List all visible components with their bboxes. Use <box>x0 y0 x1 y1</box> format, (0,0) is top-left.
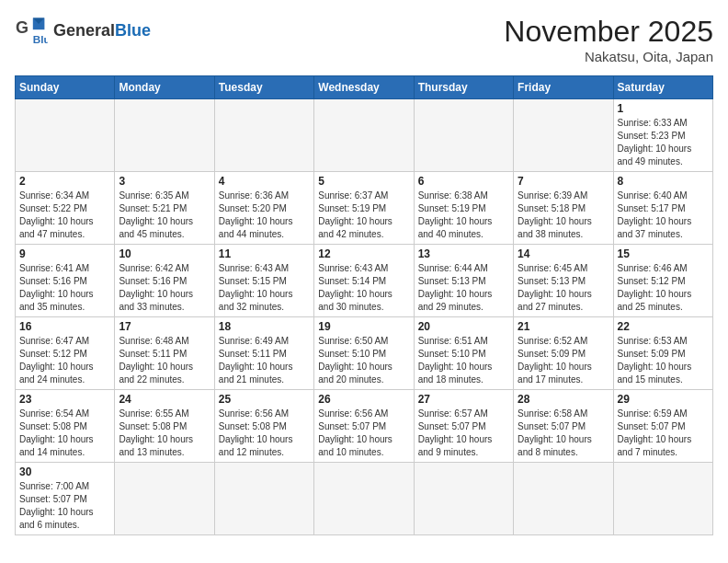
calendar-cell <box>414 99 513 172</box>
weekday-header-cell: Monday <box>115 76 214 99</box>
calendar-body: 1Sunrise: 6:33 AM Sunset: 5:23 PM Daylig… <box>16 99 713 535</box>
logo-general: General <box>53 21 115 40</box>
day-info: Sunrise: 6:37 AM Sunset: 5:19 PM Dayligh… <box>318 190 409 241</box>
day-info: Sunrise: 6:33 AM Sunset: 5:23 PM Dayligh… <box>618 117 709 168</box>
day-info: Sunrise: 6:42 AM Sunset: 5:16 PM Dayligh… <box>119 262 210 314</box>
calendar-cell: 27Sunrise: 6:57 AM Sunset: 5:07 PM Dayli… <box>414 390 513 463</box>
location-subtitle: Nakatsu, Oita, Japan <box>504 49 713 64</box>
calendar-header: SundayMondayTuesdayWednesdayThursdayFrid… <box>16 76 713 99</box>
day-info: Sunrise: 6:58 AM Sunset: 5:07 PM Dayligh… <box>518 408 609 459</box>
day-number: 22 <box>618 320 709 333</box>
day-info: Sunrise: 6:56 AM Sunset: 5:07 PM Dayligh… <box>318 408 409 459</box>
calendar-cell <box>613 463 712 535</box>
calendar-cell: 19Sunrise: 6:50 AM Sunset: 5:10 PM Dayli… <box>314 317 414 390</box>
calendar-week-row: 16Sunrise: 6:47 AM Sunset: 5:12 PM Dayli… <box>16 317 713 390</box>
day-info: Sunrise: 6:51 AM Sunset: 5:10 PM Dayligh… <box>418 335 509 386</box>
calendar-cell: 16Sunrise: 6:47 AM Sunset: 5:12 PM Dayli… <box>16 317 115 390</box>
day-number: 7 <box>518 175 609 188</box>
calendar-cell <box>314 463 414 535</box>
calendar-cell: 14Sunrise: 6:45 AM Sunset: 5:13 PM Dayli… <box>514 245 613 317</box>
day-info: Sunrise: 6:47 AM Sunset: 5:12 PM Dayligh… <box>19 335 110 386</box>
logo-blue: Blue <box>115 21 151 40</box>
day-info: Sunrise: 6:39 AM Sunset: 5:18 PM Dayligh… <box>518 190 609 241</box>
day-number: 14 <box>518 247 609 260</box>
day-number: 17 <box>119 320 210 333</box>
calendar-cell: 1Sunrise: 6:33 AM Sunset: 5:23 PM Daylig… <box>613 99 712 172</box>
calendar-cell <box>314 99 414 172</box>
day-number: 12 <box>318 247 409 260</box>
calendar-cell: 25Sunrise: 6:56 AM Sunset: 5:08 PM Dayli… <box>214 390 313 463</box>
day-info: Sunrise: 6:59 AM Sunset: 5:07 PM Dayligh… <box>618 408 709 459</box>
day-info: Sunrise: 6:43 AM Sunset: 5:14 PM Dayligh… <box>318 262 409 314</box>
day-number: 26 <box>318 393 409 406</box>
day-info: Sunrise: 6:45 AM Sunset: 5:13 PM Dayligh… <box>518 262 609 314</box>
calendar-cell <box>414 463 513 535</box>
calendar-cell <box>115 463 214 535</box>
day-info: Sunrise: 6:55 AM Sunset: 5:08 PM Dayligh… <box>119 408 210 459</box>
day-info: Sunrise: 6:40 AM Sunset: 5:17 PM Dayligh… <box>618 190 709 241</box>
day-number: 29 <box>618 393 709 406</box>
day-number: 18 <box>219 320 310 333</box>
day-number: 8 <box>618 175 709 188</box>
day-number: 2 <box>19 175 110 188</box>
day-info: Sunrise: 6:56 AM Sunset: 5:08 PM Dayligh… <box>219 408 310 459</box>
calendar-cell: 28Sunrise: 6:58 AM Sunset: 5:07 PM Dayli… <box>514 390 613 463</box>
calendar-cell: 10Sunrise: 6:42 AM Sunset: 5:16 PM Dayli… <box>115 245 214 317</box>
calendar-cell: 3Sunrise: 6:35 AM Sunset: 5:21 PM Daylig… <box>115 172 214 245</box>
weekday-header-row: SundayMondayTuesdayWednesdayThursdayFrid… <box>16 76 713 99</box>
calendar-cell: 7Sunrise: 6:39 AM Sunset: 5:18 PM Daylig… <box>514 172 613 245</box>
day-number: 20 <box>418 320 509 333</box>
calendar-cell: 6Sunrise: 6:38 AM Sunset: 5:19 PM Daylig… <box>414 172 513 245</box>
day-info: Sunrise: 6:38 AM Sunset: 5:19 PM Dayligh… <box>418 190 509 241</box>
calendar-cell: 29Sunrise: 6:59 AM Sunset: 5:07 PM Dayli… <box>613 390 712 463</box>
weekday-header-cell: Friday <box>514 76 613 99</box>
day-info: Sunrise: 6:49 AM Sunset: 5:11 PM Dayligh… <box>219 335 310 386</box>
calendar-week-row: 23Sunrise: 6:54 AM Sunset: 5:08 PM Dayli… <box>16 390 713 463</box>
day-number: 28 <box>518 393 609 406</box>
calendar-cell: 22Sunrise: 6:53 AM Sunset: 5:09 PM Dayli… <box>613 317 712 390</box>
weekday-header-cell: Tuesday <box>214 76 313 99</box>
day-number: 5 <box>318 175 409 188</box>
day-number: 24 <box>119 393 210 406</box>
calendar-cell <box>214 463 313 535</box>
day-info: Sunrise: 6:50 AM Sunset: 5:10 PM Dayligh… <box>318 335 409 386</box>
weekday-header-cell: Saturday <box>613 76 712 99</box>
month-title: November 2025 <box>504 15 713 49</box>
calendar-cell: 9Sunrise: 6:41 AM Sunset: 5:16 PM Daylig… <box>16 245 115 317</box>
calendar-cell: 5Sunrise: 6:37 AM Sunset: 5:19 PM Daylig… <box>314 172 414 245</box>
day-number: 16 <box>19 320 110 333</box>
day-info: Sunrise: 6:44 AM Sunset: 5:13 PM Dayligh… <box>418 262 509 314</box>
calendar-cell: 30Sunrise: 7:00 AM Sunset: 5:07 PM Dayli… <box>16 463 115 535</box>
day-info: Sunrise: 6:57 AM Sunset: 5:07 PM Dayligh… <box>418 408 509 459</box>
day-number: 15 <box>618 247 709 260</box>
calendar-week-row: 2Sunrise: 6:34 AM Sunset: 5:22 PM Daylig… <box>16 172 713 245</box>
weekday-header-cell: Wednesday <box>314 76 414 99</box>
calendar-cell <box>514 99 613 172</box>
calendar-cell: 13Sunrise: 6:44 AM Sunset: 5:13 PM Dayli… <box>414 245 513 317</box>
day-number: 30 <box>19 465 110 478</box>
logo-area: G Blue GeneralBlue <box>15 15 151 48</box>
day-number: 9 <box>19 247 110 260</box>
day-number: 13 <box>418 247 509 260</box>
day-number: 1 <box>618 102 709 115</box>
day-info: Sunrise: 6:46 AM Sunset: 5:12 PM Dayligh… <box>618 262 709 314</box>
calendar-cell: 11Sunrise: 6:43 AM Sunset: 5:15 PM Dayli… <box>214 245 313 317</box>
day-number: 4 <box>219 175 310 188</box>
day-number: 3 <box>119 175 210 188</box>
day-info: Sunrise: 6:43 AM Sunset: 5:15 PM Dayligh… <box>219 262 310 314</box>
day-info: Sunrise: 6:52 AM Sunset: 5:09 PM Dayligh… <box>518 335 609 386</box>
day-info: Sunrise: 6:36 AM Sunset: 5:20 PM Dayligh… <box>219 190 310 241</box>
calendar-cell <box>514 463 613 535</box>
calendar-week-row: 9Sunrise: 6:41 AM Sunset: 5:16 PM Daylig… <box>16 245 713 317</box>
calendar-cell: 20Sunrise: 6:51 AM Sunset: 5:10 PM Dayli… <box>414 317 513 390</box>
day-number: 23 <box>19 393 110 406</box>
svg-text:Blue: Blue <box>33 33 48 45</box>
calendar-cell <box>115 99 214 172</box>
calendar-cell: 4Sunrise: 6:36 AM Sunset: 5:20 PM Daylig… <box>214 172 313 245</box>
calendar-cell: 8Sunrise: 6:40 AM Sunset: 5:17 PM Daylig… <box>613 172 712 245</box>
day-number: 10 <box>119 247 210 260</box>
calendar-table: SundayMondayTuesdayWednesdayThursdayFrid… <box>15 75 713 535</box>
calendar-cell <box>214 99 313 172</box>
day-number: 27 <box>418 393 509 406</box>
header: G Blue GeneralBlue November 2025 Nakatsu… <box>15 15 713 64</box>
